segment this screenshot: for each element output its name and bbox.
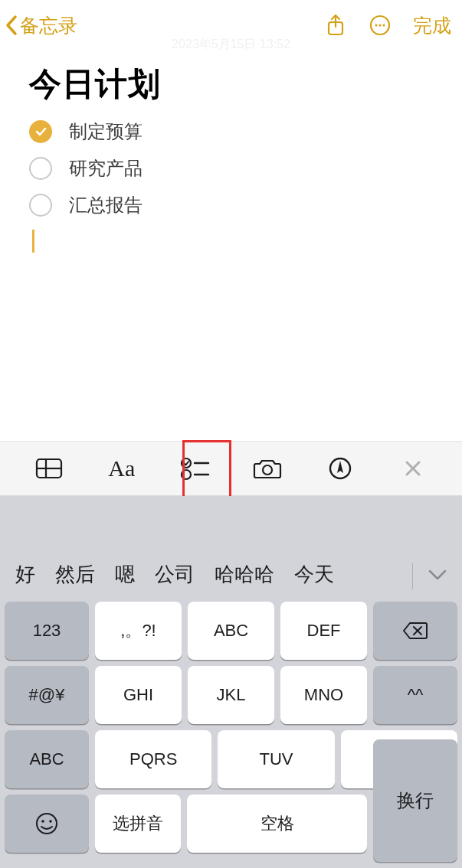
key-tuv[interactable]: TUV (218, 730, 334, 788)
text-format-button[interactable]: Aa (99, 449, 145, 488)
key-def[interactable]: DEF (280, 602, 367, 660)
svg-point-21 (49, 820, 52, 823)
checklist-item-text: 制定预算 (69, 119, 143, 144)
key-punct[interactable]: ,。?! (95, 602, 182, 660)
candidate-word[interactable]: 今天 (294, 561, 334, 588)
close-icon (404, 459, 422, 478)
chevron-left-icon (5, 14, 20, 37)
back-button[interactable]: 备忘录 (5, 13, 77, 38)
ellipsis-circle-icon (369, 14, 392, 37)
svg-point-20 (41, 820, 44, 823)
key-symbols[interactable]: #@¥ (5, 666, 89, 724)
close-keyboard-button[interactable] (390, 449, 436, 488)
markup-button[interactable] (317, 449, 363, 488)
key-jkl[interactable]: JKL (188, 666, 274, 724)
svg-point-3 (375, 24, 377, 26)
backspace-icon (402, 621, 428, 641)
checklist-item[interactable]: 制定预算 (29, 119, 439, 144)
key-space[interactable]: 空格 (187, 795, 367, 853)
done-button[interactable]: 完成 (413, 13, 451, 38)
key-emoticon[interactable]: ^^ (373, 666, 457, 724)
table-icon (35, 457, 63, 480)
candidate-word[interactable]: 哈哈哈 (215, 561, 274, 588)
checkbox-unchecked-icon[interactable] (29, 157, 52, 180)
svg-point-19 (37, 814, 57, 834)
note-title[interactable]: 今日计划 (29, 63, 439, 106)
checklist-item-text: 研究产品 (69, 156, 143, 181)
checklist-item-text: 汇总报告 (69, 193, 143, 217)
key-123[interactable]: 123 (5, 602, 89, 660)
checklist-item[interactable]: 研究产品 (29, 156, 439, 181)
candidate-word[interactable]: 公司 (155, 561, 195, 588)
key-emoji[interactable] (5, 795, 89, 853)
text-cursor (32, 230, 34, 253)
camera-button[interactable] (244, 449, 290, 488)
highlight-annotation (182, 440, 231, 498)
key-select-pinyin[interactable]: 选拼音 (95, 795, 181, 853)
format-toolbar: Aa (0, 441, 462, 496)
navbar: 备忘录 完成 (0, 0, 462, 51)
key-mno[interactable]: MNO (280, 666, 367, 724)
chevron-down-icon (427, 567, 448, 582)
camera-icon (253, 457, 282, 480)
candidate-word[interactable]: 嗯 (115, 561, 135, 588)
checkbox-checked-icon[interactable] (29, 120, 52, 143)
key-abc-mode[interactable]: ABC (5, 730, 89, 788)
more-button[interactable] (369, 14, 392, 37)
checkbox-unchecked-icon[interactable] (29, 194, 52, 217)
note-content[interactable]: 今日计划 制定预算研究产品汇总报告 (0, 51, 462, 253)
key-pqrs[interactable]: PQRS (95, 730, 211, 788)
markup-icon (328, 456, 352, 481)
table-button[interactable] (26, 449, 72, 488)
checklist-item[interactable]: 汇总报告 (29, 193, 439, 217)
share-button[interactable] (324, 14, 347, 37)
divider (412, 563, 413, 589)
candidate-word[interactable]: 好 (15, 561, 35, 588)
svg-point-13 (263, 465, 272, 475)
candidate-word[interactable]: 然后 (55, 561, 95, 588)
candidate-bar: 好 然后 嗯 公司 哈哈哈 今天 (0, 496, 462, 602)
key-abc[interactable]: ABC (188, 602, 274, 660)
back-label: 备忘录 (20, 13, 77, 38)
svg-point-5 (382, 24, 385, 26)
key-ghi[interactable]: GHI (95, 666, 182, 724)
emoji-icon (34, 811, 59, 836)
expand-candidates-button[interactable] (427, 564, 448, 588)
key-backspace[interactable] (373, 602, 457, 660)
keyboard: 好 然后 嗯 公司 哈哈哈 今天 123 ,。?! ABC DEF (0, 496, 462, 868)
svg-point-4 (378, 24, 381, 26)
share-icon (325, 13, 346, 38)
key-return[interactable]: 换行 (373, 739, 457, 862)
